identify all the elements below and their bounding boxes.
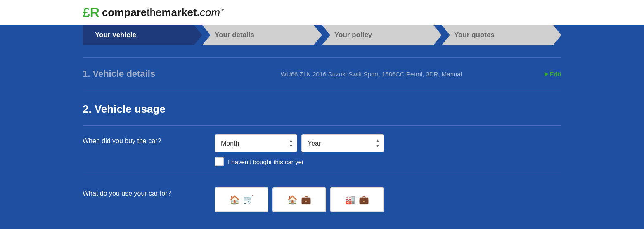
step-your-vehicle[interactable]: Your vehicle (83, 25, 202, 45)
step-your-policy-label: Your policy (334, 31, 372, 39)
main-content: 1. Vehicle details WU66 ZLK 2016 Suzuki … (83, 45, 561, 220)
step-your-details-label: Your details (215, 31, 254, 39)
month-select-wrapper: Month January February March April May J… (215, 134, 297, 152)
page-wrapper: £R comparethemarket.com™ Your vehicle Yo… (0, 0, 644, 229)
logo-market: market (161, 6, 197, 19)
usage-option-business[interactable]: 🏭 💼 (330, 187, 384, 212)
form-row-usage: What do you use your car for? 🏠 🛒 🏠 💼 🏭 … (83, 175, 561, 220)
usage-label: What do you use your car for? (83, 183, 215, 197)
usage-option-social-domestic[interactable]: 🏠 🛒 (215, 187, 268, 212)
edit-link[interactable]: ▶ Edit (545, 71, 561, 78)
home2-icon: 🏠 (287, 195, 298, 205)
usage-icons-row: 🏠 🛒 🏠 💼 🏭 💼 (215, 187, 384, 212)
edit-label: Edit (550, 71, 561, 78)
logo-dot: . (197, 6, 200, 19)
logo-icon: £R (83, 5, 99, 20)
factory-icon: 🏭 (345, 195, 355, 205)
logo-compare: compare (102, 6, 147, 19)
briefcase-icon: 💼 (301, 195, 311, 205)
selects-row: Month January February March April May J… (215, 134, 384, 152)
logo: £R comparethemarket.com™ (83, 5, 644, 20)
divider-section1-bottom (83, 90, 561, 90)
logo-tm: ™ (220, 8, 225, 13)
buy-date-controls: Month January February March April May J… (215, 134, 384, 166)
year-select-wrapper: Year 2024 2023 2022 2021 2020 2019 2018 … (301, 134, 384, 152)
not-bought-label: I haven't bought this car yet (228, 158, 303, 165)
home-icon: 🏠 (230, 195, 240, 205)
usage-option-social-commuting[interactable]: 🏠 💼 (272, 187, 326, 212)
section-1-title: 1. Vehicle details (83, 68, 198, 79)
not-bought-checkbox[interactable] (215, 157, 224, 166)
buy-date-label: When did you buy the car? (83, 134, 215, 145)
year-select[interactable]: Year 2024 2023 2022 2021 2020 2019 2018 … (301, 134, 384, 152)
form-row-buy-date: When did you buy the car? Month January … (83, 125, 561, 175)
logo-com: com (200, 6, 220, 19)
briefcase2-icon: 💼 (359, 195, 369, 205)
edit-arrow-icon: ▶ (545, 71, 548, 77)
logo-text: comparethemarket.com™ (102, 6, 225, 19)
logo-the: the (147, 6, 161, 19)
not-bought-row: I haven't bought this car yet (215, 157, 384, 166)
step-your-details[interactable]: Your details (202, 25, 322, 45)
step-your-quotes-label: Your quotes (454, 31, 495, 39)
step-your-policy[interactable]: Your policy (322, 25, 442, 45)
divider-top (83, 57, 561, 58)
step-your-quotes[interactable]: Your quotes (442, 25, 561, 45)
cart-icon: 🛒 (243, 195, 253, 205)
month-select[interactable]: Month January February March April May J… (215, 134, 297, 152)
section-1: 1. Vehicle details WU66 ZLK 2016 Suzuki … (83, 62, 561, 86)
header: £R comparethemarket.com™ (0, 0, 644, 25)
progress-bar: Your vehicle Your details Your policy Yo… (83, 25, 561, 45)
step-your-vehicle-label: Your vehicle (95, 31, 136, 39)
section-2-title: 2. Vehicle usage (83, 94, 561, 125)
vehicle-info: WU66 ZLK 2016 Suzuki Swift Sport, 1586CC… (198, 71, 545, 78)
